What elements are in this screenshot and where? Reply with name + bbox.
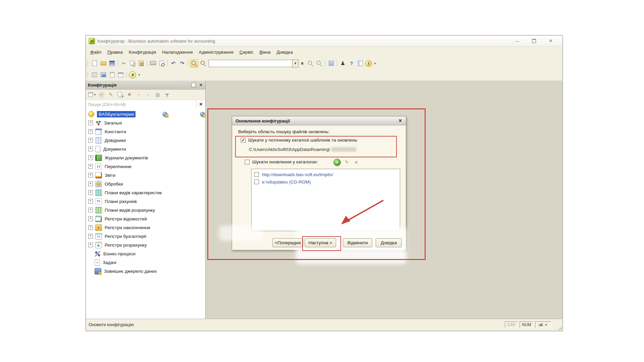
tree-item[interactable]: Звіти xyxy=(86,171,205,179)
expand-icon[interactable] xyxy=(88,190,93,195)
expand-icon[interactable] xyxy=(88,199,93,204)
minimize-icon[interactable] xyxy=(513,38,522,44)
expand-icon[interactable] xyxy=(88,164,93,169)
menu-item[interactable]: Сервіс xyxy=(236,49,257,56)
checkbox[interactable] xyxy=(241,138,246,143)
clear-search-icon[interactable]: × xyxy=(196,100,205,109)
chevron-down-icon[interactable]: ▼ xyxy=(292,59,299,67)
menu-item[interactable]: Правка xyxy=(104,49,126,56)
search-current-row[interactable]: Шукати у поточному каталозі шаблонів та … xyxy=(241,138,358,143)
expand-icon[interactable] xyxy=(88,147,93,151)
tree-item[interactable]: Довідники xyxy=(86,136,205,145)
expand-icon[interactable] xyxy=(88,234,93,239)
expand-icon[interactable] xyxy=(88,216,93,221)
delete-catalog-icon[interactable] xyxy=(353,159,360,165)
add-copy-icon[interactable] xyxy=(116,91,124,98)
cut-icon[interactable] xyxy=(120,60,127,67)
clear-search-icon[interactable]: × xyxy=(299,60,305,67)
edit-catalog-icon[interactable] xyxy=(343,159,350,165)
panel-close-icon[interactable]: × xyxy=(199,82,203,88)
tree-item[interactable]: Константи xyxy=(86,127,205,136)
next-button[interactable]: Наступна > xyxy=(305,238,336,247)
print-icon[interactable] xyxy=(149,60,157,67)
tree-item[interactable]: Регістри бухгалтерії xyxy=(86,232,205,241)
search-combobox-input[interactable] xyxy=(209,60,292,67)
filter-icon[interactable] xyxy=(163,91,171,98)
tree-item[interactable]: Зовнішнє джерело даних xyxy=(86,267,205,275)
cancel-button[interactable]: Відмінити xyxy=(343,238,372,247)
tree-item[interactable]: Плани рахунків xyxy=(86,197,205,206)
syntax-check-icon[interactable] xyxy=(339,60,346,67)
tree-item[interactable]: Перелічення xyxy=(86,162,205,171)
help-search-icon[interactable] xyxy=(348,60,355,67)
expand-icon[interactable] xyxy=(88,129,93,134)
redo-icon[interactable] xyxy=(178,60,186,67)
resize-grip[interactable] xyxy=(557,325,562,330)
expand-icon[interactable] xyxy=(88,120,93,125)
menu-item[interactable]: Налагодження xyxy=(159,49,196,56)
close-icon[interactable] xyxy=(546,38,555,44)
menu-item[interactable]: Вікна xyxy=(257,49,274,56)
expand-icon[interactable] xyxy=(88,138,93,143)
tree-root[interactable]: BASБухгалтерия xyxy=(86,110,205,118)
find-prev-icon[interactable] xyxy=(316,60,323,67)
checkbox[interactable] xyxy=(254,179,259,184)
search-combobox[interactable]: ▼ × xyxy=(209,59,305,67)
layout-grid-icon[interactable] xyxy=(91,71,98,79)
menu-item[interactable]: Адміністрування xyxy=(196,49,236,56)
menu-item[interactable]: Файл xyxy=(87,49,104,56)
zoom-icon[interactable] xyxy=(200,60,207,67)
start-debugging-icon[interactable] xyxy=(129,71,136,79)
language-selector[interactable]: uk ▼ xyxy=(535,321,551,328)
form-editor-icon[interactable] xyxy=(100,71,107,79)
window-list-icon[interactable] xyxy=(117,71,124,79)
search-catalogs-row[interactable]: Шукати оновлення у каталогах: xyxy=(245,159,318,164)
expand-icon[interactable] xyxy=(88,225,93,230)
maximize-icon[interactable] xyxy=(530,38,538,44)
template-icon[interactable] xyxy=(108,71,116,79)
find-next-icon[interactable] xyxy=(307,60,314,67)
checkbox[interactable] xyxy=(254,172,259,177)
tree-item[interactable]: Документи xyxy=(86,145,205,153)
copy-icon[interactable] xyxy=(129,60,136,67)
expand-icon[interactable] xyxy=(88,208,93,212)
tree-item[interactable]: Плани видів характеристик xyxy=(86,188,205,197)
move-down-icon[interactable] xyxy=(144,91,153,98)
sort-icon[interactable] xyxy=(153,91,162,98)
global-search-icon[interactable] xyxy=(190,59,198,67)
overflow-icon[interactable] xyxy=(373,60,377,67)
catalog-list[interactable]: http://downloads.bas-soft.eu/tmplts/e:\v… xyxy=(251,169,400,231)
catalog-item[interactable]: e:\v8updates (CD-ROM) xyxy=(252,178,400,186)
add-catalog-icon[interactable] xyxy=(333,159,341,166)
expand-icon[interactable] xyxy=(88,182,93,186)
open-icon[interactable] xyxy=(100,60,107,67)
tree-item[interactable]: Регістри накопичення xyxy=(86,223,205,232)
delete-icon[interactable] xyxy=(125,91,134,98)
catalog-item[interactable]: http://downloads.bas-soft.eu/tmplts/ xyxy=(252,171,400,178)
previous-button[interactable]: <Попередня xyxy=(272,238,303,247)
help-button[interactable]: Довідка xyxy=(376,238,402,247)
tree-item[interactable]: Плани видів розрахунку xyxy=(86,206,205,214)
tree-item[interactable]: Регістри розрахунку xyxy=(86,241,205,249)
expand-icon[interactable] xyxy=(88,173,93,177)
paste-icon[interactable] xyxy=(138,60,145,67)
undo-icon[interactable] xyxy=(170,60,177,67)
tree-item[interactable]: Обробки xyxy=(86,179,205,188)
pin-icon[interactable] xyxy=(191,83,196,87)
move-up-icon[interactable] xyxy=(135,91,143,98)
expand-icon[interactable] xyxy=(88,243,93,247)
save-icon[interactable] xyxy=(108,60,116,67)
checkbox[interactable] xyxy=(245,160,250,164)
dialog-close-icon[interactable]: × xyxy=(398,118,402,124)
tree-item[interactable]: Задачі xyxy=(86,258,205,267)
add-icon[interactable] xyxy=(97,91,106,98)
help-contents-icon[interactable] xyxy=(357,60,364,67)
tree-item[interactable]: Бізнес-процеси xyxy=(86,249,205,258)
compare-icon[interactable] xyxy=(327,60,335,67)
tree-item[interactable]: Загальні xyxy=(86,118,205,127)
print-preview-icon[interactable] xyxy=(158,60,165,67)
expand-icon[interactable] xyxy=(88,155,93,160)
search-input[interactable] xyxy=(86,100,196,109)
edit-icon[interactable] xyxy=(106,91,115,98)
menu-item[interactable]: Довідка xyxy=(273,49,296,56)
